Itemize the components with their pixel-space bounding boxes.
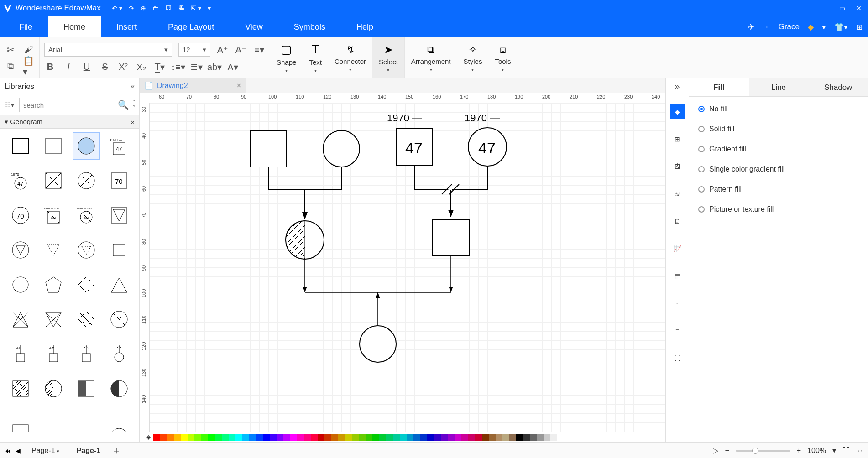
shape-female-dead70[interactable]: 70	[7, 202, 34, 229]
user-caret-icon[interactable]: ▾	[822, 22, 826, 32]
shape-pentagon[interactable]	[40, 271, 67, 298]
open-icon[interactable]: 🗀	[152, 5, 159, 12]
layers-panel-icon[interactable]: ≋	[670, 187, 685, 201]
collapse-left-icon[interactable]: «	[131, 82, 135, 91]
table-panel-icon[interactable]: ▦	[670, 269, 685, 283]
shape-diamond[interactable]	[73, 271, 100, 298]
redo-icon[interactable]: ↷	[129, 5, 134, 12]
page-menu[interactable]: Page-1	[25, 445, 66, 457]
shape-square-thin[interactable]	[105, 236, 133, 264]
shape-x-tri2[interactable]	[40, 306, 67, 333]
shape-male[interactable]	[7, 132, 34, 160]
shape-male-dead[interactable]	[40, 167, 67, 194]
select-tool[interactable]: ➤Select▾	[372, 37, 404, 78]
color-swatch[interactable]	[468, 434, 475, 441]
print-icon[interactable]: 🖶	[178, 5, 184, 12]
color-swatch[interactable]	[523, 434, 530, 441]
page-prev-icon[interactable]: ◀	[16, 447, 21, 454]
shape-female-index[interactable]	[7, 236, 34, 264]
color-swatch[interactable]	[352, 434, 359, 441]
color-swatch[interactable]	[201, 434, 208, 441]
color-swatch[interactable]	[208, 434, 215, 441]
cut-icon[interactable]: ✂	[5, 44, 16, 56]
color-swatch[interactable]	[475, 434, 482, 441]
shape-female-dates[interactable]: 1938 — 200568	[73, 202, 100, 229]
color-swatch[interactable]	[407, 434, 413, 441]
share-icon[interactable]: ⫘	[763, 22, 770, 31]
color-swatch[interactable]	[420, 434, 427, 441]
shape-female-age[interactable]: 1970 —47	[7, 167, 34, 194]
tshirt-icon[interactable]: 👕▾	[834, 22, 848, 32]
category-genogram[interactable]: ▾ Genogram ×	[0, 115, 139, 129]
search-icon[interactable]: 🔍	[118, 99, 129, 110]
menu-help[interactable]: Help	[341, 16, 389, 37]
color-swatch[interactable]	[516, 434, 523, 441]
color-swatch[interactable]	[413, 434, 420, 441]
grid-panel-icon[interactable]: ⊞	[670, 132, 685, 146]
shape-male-dates[interactable]: 1938 — 200568	[40, 202, 67, 229]
subscript-icon[interactable]: X₂	[136, 61, 147, 73]
arrangement-tool[interactable]: ⧉Arrangement▾	[405, 37, 457, 78]
color-swatch[interactable]	[530, 434, 537, 441]
page-first-icon[interactable]: ⏮	[5, 447, 11, 454]
maximize-icon[interactable]: ▭	[839, 5, 845, 12]
shape-sq-stub1[interactable]: 41	[7, 340, 34, 368]
eyedropper-icon[interactable]: ◈	[143, 433, 153, 441]
close-icon[interactable]: ✕	[856, 5, 862, 12]
premium-icon[interactable]: ◆	[808, 22, 814, 32]
shape-female-blue[interactable]	[73, 132, 100, 160]
image-panel-icon[interactable]: 🖼	[670, 159, 685, 174]
grid-apps-icon[interactable]: ⊞	[856, 22, 863, 32]
color-swatch[interactable]	[461, 434, 468, 441]
menu-home[interactable]: Home	[48, 16, 101, 37]
fill-option-1[interactable]: Solid fill	[698, 125, 859, 133]
color-swatch[interactable]	[331, 434, 338, 441]
page-panel-icon[interactable]: 🗎	[670, 214, 685, 229]
color-swatch[interactable]	[270, 434, 277, 441]
lib-down-icon[interactable]: ˅	[133, 105, 136, 110]
shape-tool[interactable]: ▢Shape▾	[270, 37, 303, 78]
text-tool[interactable]: TText▾	[303, 37, 328, 78]
fill-option-2[interactable]: Gradient fill	[698, 145, 859, 153]
zoom-slider[interactable]	[736, 450, 790, 452]
font-family-combo[interactable]: Arial▾	[44, 43, 172, 57]
font-size-combo[interactable]: 12▾	[178, 43, 210, 57]
list-icon[interactable]: ≣▾	[190, 61, 202, 73]
styles-tool[interactable]: ✧Styles▾	[457, 37, 489, 78]
color-swatch[interactable]	[215, 434, 222, 441]
color-swatch[interactable]	[509, 434, 516, 441]
present-icon[interactable]: ▷	[713, 446, 718, 455]
color-swatch[interactable]	[181, 434, 188, 441]
color-swatch[interactable]	[537, 434, 544, 441]
canvas[interactable]: 1970 — 1970 — 47 47	[150, 103, 665, 432]
user-name[interactable]: Grace	[779, 22, 800, 31]
shape-x-tri[interactable]	[7, 306, 34, 333]
color-swatch[interactable]	[345, 434, 352, 441]
category-close-icon[interactable]: ×	[131, 118, 135, 126]
shape-male-dead70[interactable]: 70	[105, 167, 133, 194]
fill-option-5[interactable]: Picture or texture fill	[698, 205, 859, 213]
save-icon[interactable]: 🖫	[165, 5, 172, 12]
more-icon[interactable]: ▾	[208, 5, 211, 12]
zoom-out-icon[interactable]: −	[725, 447, 729, 455]
color-swatch[interactable]	[304, 434, 311, 441]
shape-circle-thin[interactable]	[7, 271, 34, 298]
format-painter-icon[interactable]: 🖌	[23, 44, 35, 56]
underline-icon[interactable]: U	[81, 61, 93, 73]
color-swatch[interactable]	[448, 434, 455, 441]
color-swatch[interactable]	[153, 434, 160, 441]
search-input[interactable]	[19, 98, 114, 112]
expand-right-icon[interactable]: »	[675, 81, 680, 92]
font-color-icon[interactable]: A▾	[227, 61, 239, 73]
menu-page-layout[interactable]: Page Layout	[152, 16, 230, 37]
undo-icon[interactable]: ↶ ▾	[112, 5, 122, 12]
color-swatch[interactable]	[283, 434, 290, 441]
fill-option-0[interactable]: No fill	[698, 105, 859, 113]
color-swatch[interactable]	[235, 434, 242, 441]
tab-line[interactable]: Line	[749, 78, 809, 96]
color-swatch[interactable]	[277, 434, 283, 441]
color-swatch[interactable]	[167, 434, 174, 441]
color-swatch[interactable]	[400, 434, 407, 441]
filter-icon[interactable]: ☷▾	[4, 101, 16, 109]
color-swatch[interactable]	[557, 434, 564, 441]
